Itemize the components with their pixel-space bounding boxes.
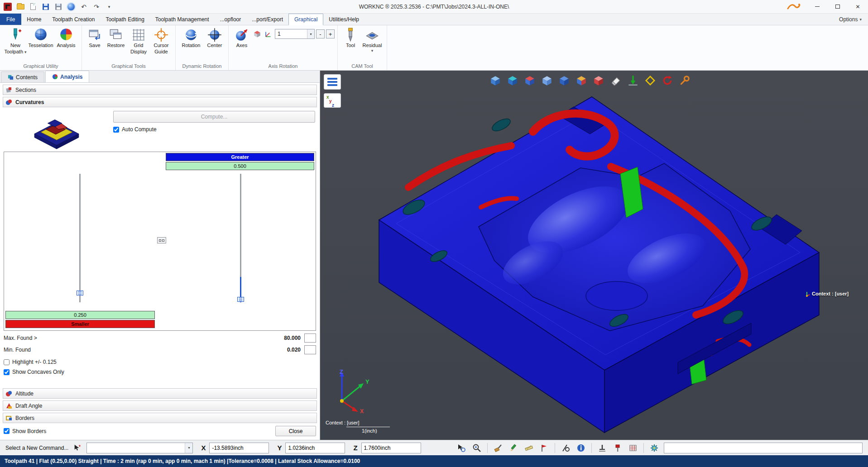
xyz-view-button[interactable]: x y z	[324, 93, 341, 108]
axis-y-label: Y	[365, 378, 369, 385]
hide-entity-icon[interactable]	[560, 442, 571, 454]
cursor-guide-button[interactable]: Cursor Guide	[150, 26, 173, 55]
coord-x-input[interactable]	[209, 443, 269, 453]
command-combobox[interactable]: ▾	[86, 443, 193, 453]
model-context-label: Context : [user]	[804, 291, 849, 297]
tab-analysis[interactable]: Analysis	[45, 71, 89, 82]
rotate-axis-1-icon[interactable]	[252, 29, 262, 39]
min-found-input[interactable]	[304, 345, 316, 354]
open-folder-icon[interactable]	[15, 2, 25, 12]
tool-setup-icon[interactable]	[612, 442, 623, 454]
coord-y-input[interactable]	[285, 443, 345, 453]
upper-slider-track[interactable]	[240, 174, 241, 302]
lower-slider-track[interactable]	[79, 174, 81, 302]
group-graphical-utility: New Toolpath ▾ Tesselation Analysis Grap…	[0, 25, 82, 70]
tab-home[interactable]: Home	[21, 14, 47, 25]
compute-button[interactable]: Compute...	[113, 111, 315, 123]
undo-icon[interactable]: ↶	[79, 2, 89, 12]
highlight-checkbox[interactable]	[4, 359, 10, 365]
save-view-button[interactable]: Save	[85, 26, 105, 48]
tab-graphical[interactable]: Graphical	[288, 14, 323, 25]
min-found-row: Min. Found 0.020	[4, 345, 316, 354]
center-button[interactable]: Center	[204, 26, 225, 48]
tab-toolpath-editing[interactable]: Toolpath Editing	[100, 14, 149, 25]
tab-toolpath-management[interactable]: Toolpath Management	[150, 14, 215, 25]
axis-step-plus-button[interactable]: +	[326, 29, 335, 38]
options-menu[interactable]: Options ▾	[839, 14, 868, 25]
borders-header[interactable]: Borders	[3, 413, 317, 423]
tab-toolpath-creation[interactable]: Toolpath Creation	[47, 14, 100, 25]
coord-z-input[interactable]	[361, 443, 421, 453]
altitude-header[interactable]: Altitude	[3, 388, 317, 399]
tab-import-export[interactable]: ...port/Export	[246, 14, 288, 25]
cad-model[interactable]	[320, 71, 868, 440]
edit-geometry-icon[interactable]	[508, 442, 519, 454]
axis-step-combobox[interactable]: 1 ▾	[275, 29, 315, 39]
stock-limits-icon[interactable]	[643, 74, 657, 87]
restore-view-button[interactable]: Restore	[105, 26, 127, 48]
refresh-view-icon[interactable]	[661, 74, 674, 87]
entity-info-icon[interactable]	[575, 442, 587, 454]
paint-view-icon[interactable]	[492, 442, 504, 454]
command-input[interactable]	[664, 443, 863, 453]
dynamic-sections-icon[interactable]	[523, 74, 537, 87]
upper-slider-thumb[interactable]	[237, 297, 244, 302]
link-sliders-button[interactable]	[157, 237, 166, 243]
shaded-view-icon[interactable]	[489, 74, 502, 87]
probe-tool-icon[interactable]	[678, 74, 691, 87]
analysis-button[interactable]: Analysis	[53, 26, 79, 48]
show-borders-checkbox[interactable]	[4, 428, 10, 434]
new-toolpath-button[interactable]: New Toolpath ▾	[3, 26, 28, 55]
auto-compute-checkbox[interactable]	[113, 127, 119, 133]
measure-icon[interactable]	[523, 442, 535, 454]
maximize-icon[interactable]	[827, 0, 848, 13]
redo-icon[interactable]: ↷	[91, 2, 101, 12]
draft-angle-header[interactable]: Draft Angle	[3, 400, 317, 411]
group-label: Graphical Tools	[85, 63, 173, 70]
zoom-window-icon[interactable]	[471, 442, 483, 454]
tesselation-button[interactable]: Tesselation	[28, 26, 53, 48]
save-icon[interactable]	[41, 2, 51, 12]
residual-button[interactable]: Residual ▾	[360, 26, 384, 52]
command-helper-icon[interactable]	[72, 443, 83, 453]
viewport-menu-button[interactable]	[324, 74, 341, 90]
curvatures-header[interactable]: Curvatures	[3, 97, 317, 107]
eraser-icon[interactable]	[609, 74, 623, 87]
max-found-input[interactable]	[304, 334, 316, 343]
tab-contents[interactable]: Contents	[1, 71, 44, 82]
axis-step-minus-button[interactable]: -	[316, 29, 325, 38]
multi-color-view-icon[interactable]	[575, 74, 588, 87]
qat-overflow-icon[interactable]: ▾	[104, 2, 114, 12]
lower-slider-thumb[interactable]	[77, 291, 83, 295]
tab-shopfloor[interactable]: ...opfloor	[215, 14, 247, 25]
table-icon[interactable]	[627, 442, 639, 454]
curvature-compute-area: Compute... Auto Compute	[0, 107, 320, 152]
transparent-view-icon[interactable]	[540, 74, 554, 87]
viewport-3d[interactable]: x y z Context : [user] Z Y X Context : […	[320, 71, 868, 440]
close-icon[interactable]: ✕	[848, 0, 868, 13]
select-zoom-icon[interactable]	[456, 442, 467, 454]
minimize-icon[interactable]	[807, 0, 827, 13]
close-button[interactable]: Close	[275, 426, 316, 436]
tab-utilities-help[interactable]: Utilities/Help	[323, 14, 364, 25]
app-icon[interactable]	[3, 2, 13, 12]
macro-settings-icon[interactable]	[648, 442, 660, 454]
sections-header[interactable]: Sections	[3, 85, 317, 95]
grid-display-button[interactable]: Grid Display	[127, 26, 150, 55]
workplane-icon[interactable]	[596, 442, 608, 454]
surface-normals-icon[interactable]	[626, 74, 640, 87]
axes-button[interactable]: Axes	[231, 26, 252, 48]
rotation-button[interactable]: Rotation	[178, 26, 204, 48]
mesh-view-icon[interactable]	[506, 74, 519, 87]
tab-file[interactable]: File	[0, 14, 21, 25]
tool-button[interactable]: Tool	[340, 26, 360, 48]
new-file-icon[interactable]	[28, 2, 38, 12]
show-concaves-checkbox[interactable]	[4, 369, 10, 375]
tag-icon[interactable]	[538, 442, 550, 454]
rotate-axis-2-icon[interactable]	[264, 29, 273, 39]
stock-view-icon[interactable]	[592, 74, 605, 87]
save-all-icon[interactable]	[53, 2, 63, 12]
solid-view-icon[interactable]	[557, 74, 571, 87]
graphics-mode-icon[interactable]	[66, 2, 76, 12]
coord-x-label: X	[201, 444, 206, 452]
